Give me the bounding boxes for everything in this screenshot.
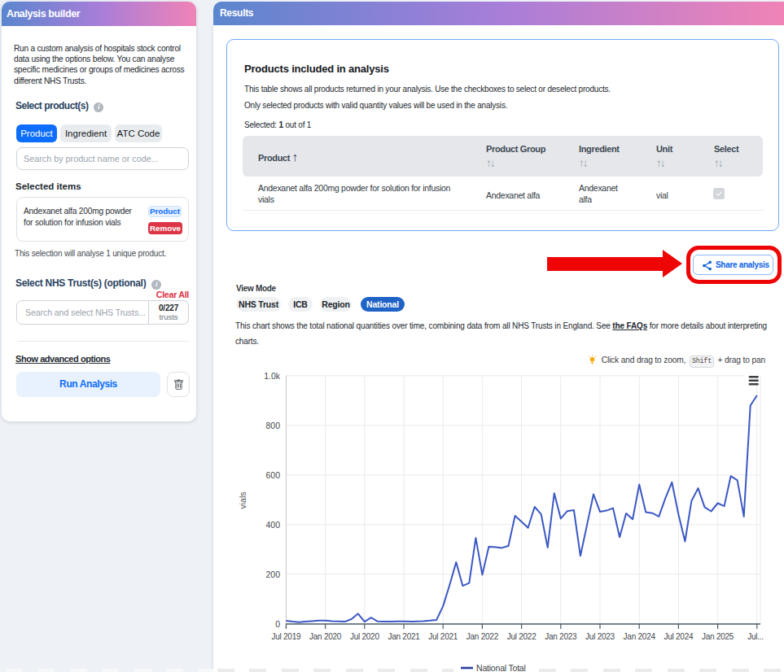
- svg-text:Jul 2020: Jul 2020: [350, 632, 379, 641]
- svg-text:Jul 2023: Jul 2023: [585, 632, 615, 641]
- svg-text:National Total: National Total: [476, 663, 526, 672]
- svg-text:1.0k: 1.0k: [264, 371, 281, 381]
- svg-text:Jan 2020: Jan 2020: [309, 632, 342, 641]
- svg-text:0: 0: [275, 619, 280, 629]
- svg-text:Jul 2022: Jul 2022: [507, 632, 537, 641]
- svg-text:Jul 2024: Jul 2024: [664, 632, 693, 641]
- svg-text:600: 600: [265, 470, 280, 480]
- svg-text:Jan 2023: Jan 2023: [545, 632, 577, 641]
- svg-text:Jan 2021: Jan 2021: [388, 632, 420, 641]
- svg-text:Jul 2021: Jul 2021: [428, 632, 458, 641]
- svg-text:Jan 2024: Jan 2024: [624, 632, 656, 641]
- svg-text:Jan 2025: Jan 2025: [702, 632, 734, 641]
- svg-text:vials: vials: [238, 491, 247, 508]
- svg-text:Jul...: Jul...: [747, 632, 764, 641]
- svg-text:Jul 2019: Jul 2019: [271, 632, 300, 641]
- svg-text:800: 800: [265, 421, 280, 430]
- svg-text:400: 400: [265, 520, 280, 530]
- svg-text:Jan 2022: Jan 2022: [466, 632, 499, 641]
- svg-text:200: 200: [265, 569, 280, 579]
